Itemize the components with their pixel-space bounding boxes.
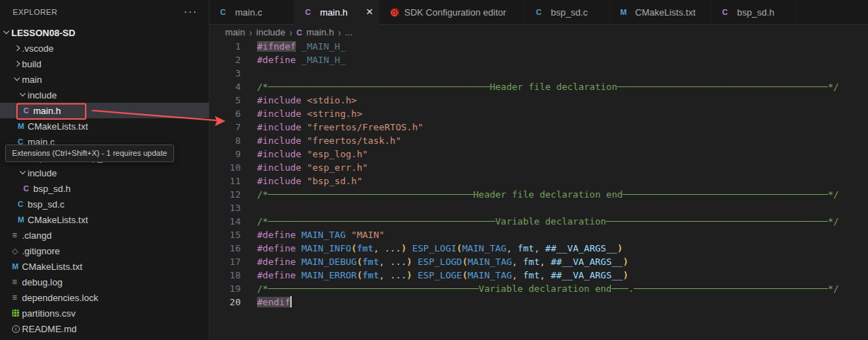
code-line-16[interactable]: 16#define MAIN_INFO(fmt, ...) ESP_LOGI(M… — [210, 242, 868, 255]
line-number: 14 — [210, 215, 241, 228]
cmake-file-icon: M — [18, 212, 28, 227]
breadcrumb-item[interactable]: include — [256, 27, 285, 38]
tree-item-label: build — [22, 59, 45, 69]
tree-item-dependencies-lock[interactable]: ≡dependencies.lock — [0, 290, 209, 305]
code-line-20[interactable]: 20#endif — [210, 295, 868, 309]
chevron-down-icon — [3, 28, 11, 38]
file-tree: LESSON08-SD.vscodebuildmainincludeCmain.… — [0, 25, 209, 336]
tree-item-main[interactable]: main — [0, 72, 209, 87]
breadcrumb-item[interactable]: main — [225, 27, 245, 38]
chevron-right-icon — [13, 43, 22, 53]
code-line-11[interactable]: 11#include "bsp_sd.h" — [210, 174, 868, 188]
code-line-text: #include "esp_err.h" — [257, 161, 368, 174]
c-file-icon: C — [18, 196, 28, 212]
line-number: 4 — [210, 80, 241, 94]
tree-item-bsp-sd-h[interactable]: Cbsp_sd.h — [0, 181, 209, 196]
breadcrumb-item[interactable]: ... — [345, 27, 353, 38]
code-line-4[interactable]: 4/*─────────────────────────────────────… — [210, 80, 868, 94]
line-number: 10 — [210, 161, 241, 174]
line-number: 6 — [210, 107, 241, 120]
tree-item-lesson08-sd[interactable]: LESSON08-SD — [0, 25, 209, 40]
line-number: 5 — [210, 94, 241, 107]
tree-item-cmakelists-txt[interactable]: MCMakeLists.txt — [0, 118, 209, 134]
tree-item-cmakelists-txt[interactable]: MCMakeLists.txt — [0, 212, 209, 227]
tree-item-include[interactable]: include — [0, 165, 209, 181]
tree-item-label: .gitignore — [22, 246, 64, 256]
line-number: 13 — [210, 201, 241, 215]
tab-bar-filler — [796, 0, 868, 25]
code-line-10[interactable]: 10#include "esp_err.h" — [210, 161, 868, 174]
tree-item-label: partitions.csv — [22, 308, 80, 319]
text-file-icon: ≡ — [12, 227, 22, 243]
c-header-file-icon: C — [23, 181, 33, 196]
code-line-19[interactable]: 19/*────────────────────────────────────… — [210, 282, 868, 295]
cmake-file-icon: M — [18, 118, 28, 134]
code-line-8[interactable]: 8#include "freertos/task.h" — [210, 134, 868, 147]
tree-item-label: CMakeLists.txt — [28, 121, 92, 132]
csv-grid-icon — [12, 310, 19, 317]
gitignore-icon: ◇ — [12, 243, 22, 259]
tree-item-label: README.md — [22, 324, 81, 334]
code-line-3[interactable]: 3 — [210, 67, 868, 80]
tree-item-main-h[interactable]: Cmain.h — [0, 103, 209, 118]
tab-main-h[interactable]: Cmain.h× — [295, 0, 379, 25]
code-line-text: /*──────────────────────────────────────… — [257, 215, 839, 228]
tab-bsp-sd-c[interactable]: Cbsp_sd.c — [525, 0, 610, 25]
tab-cmakelists-txt[interactable]: MCMakeLists.txt — [610, 0, 712, 25]
tree-item--gitignore[interactable]: ◇.gitignore — [0, 243, 209, 259]
code-line-15[interactable]: 15#define MAIN_TAG "MAIN" — [210, 228, 868, 242]
editor-area: Cmain.cCmain.h×SDK Configuration editorC… — [210, 0, 868, 340]
vscode-window: EXPLORER ··· LESSON08-SD.vscodebuildmain… — [0, 0, 868, 340]
code-line-1[interactable]: 1#ifndef _MAIN_H_ — [210, 40, 868, 53]
tree-item-cmakelists-txt[interactable]: MCMakeLists.txt — [0, 259, 209, 274]
more-actions-icon[interactable]: ··· — [184, 5, 198, 17]
tab-bsp-sd-h[interactable]: Cbsp_sd.h — [712, 0, 796, 25]
code-line-12[interactable]: 12/*────────────────────────────────────… — [210, 188, 868, 201]
code-line-17[interactable]: 17#define MAIN_DEBUG(fmt, ...) ESP_LOGD(… — [210, 255, 868, 268]
extensions-tooltip: Extensions (Ctrl+Shift+X) - 1 requires u… — [5, 144, 174, 162]
cmake-file-icon: M — [12, 259, 22, 274]
tab-sdk-configuration-editor[interactable]: SDK Configuration editor — [379, 0, 525, 25]
chevron-down-icon — [19, 168, 28, 178]
readme-info-icon: i — [12, 325, 20, 333]
cmake-file-icon: M — [620, 8, 630, 16]
code-line-14[interactable]: 14/*────────────────────────────────────… — [210, 215, 868, 228]
tab-main-c[interactable]: Cmain.c — [210, 0, 295, 25]
line-number: 11 — [210, 174, 241, 188]
explorer-title: EXPLORER — [13, 8, 57, 16]
code-line-2[interactable]: 2#define _MAIN_H_ — [210, 53, 868, 67]
code-line-18[interactable]: 18#define MAIN_ERROR(fmt, ...) ESP_LOGE(… — [210, 268, 868, 282]
code-line-text: /*─────────────────────────────────────H… — [257, 188, 839, 201]
line-number: 18 — [210, 268, 241, 282]
code-line-text: #include "freertos/FreeRTOS.h" — [257, 120, 423, 134]
code-line-13[interactable]: 13 — [210, 201, 868, 215]
tab-label: bsp_sd.h — [737, 7, 775, 18]
tree-item-include[interactable]: include — [0, 87, 209, 103]
code-line-7[interactable]: 7#include "freertos/FreeRTOS.h" — [210, 120, 868, 134]
code-line-5[interactable]: 5#include <stdio.h> — [210, 94, 868, 107]
breadcrumb-separator-icon: › — [249, 27, 252, 38]
tree-item-readme-md[interactable]: iREADME.md — [0, 321, 209, 336]
code-line-text: /*──────────────────────────────────────… — [257, 80, 839, 94]
close-icon[interactable]: × — [366, 6, 373, 18]
code-line-text: #include "esp_log.h" — [257, 147, 368, 161]
tree-item-label: .clangd — [22, 230, 56, 241]
code-line-text: #include "bsp_sd.h" — [257, 174, 362, 188]
tree-item-label: include — [28, 90, 61, 101]
tree-item-bsp-sd-c[interactable]: Cbsp_sd.c — [0, 196, 209, 212]
tree-item--clangd[interactable]: ≡.clangd — [0, 227, 209, 243]
c-header-file-icon: C — [722, 8, 732, 16]
explorer-sidebar: EXPLORER ··· LESSON08-SD.vscodebuildmain… — [0, 0, 210, 340]
code-line-6[interactable]: 6#include <string.h> — [210, 107, 868, 120]
breadcrumb-separator-icon: › — [290, 27, 292, 38]
code-line-9[interactable]: 9#include "esp_log.h" — [210, 147, 868, 161]
tree-item-build[interactable]: build — [0, 56, 209, 72]
breadcrumb-item[interactable]: main.h — [307, 27, 334, 38]
line-number: 9 — [210, 147, 241, 161]
tree-item-debug-log[interactable]: ≡debug.log — [0, 274, 209, 290]
code-editor[interactable]: 1#ifndef _MAIN_H_2#define _MAIN_H_34/*──… — [210, 40, 868, 309]
tree-item--vscode[interactable]: .vscode — [0, 40, 209, 56]
line-number: 1 — [210, 40, 241, 53]
c-file-icon: C — [220, 8, 230, 16]
tree-item-partitions-csv[interactable]: partitions.csv — [0, 305, 209, 321]
